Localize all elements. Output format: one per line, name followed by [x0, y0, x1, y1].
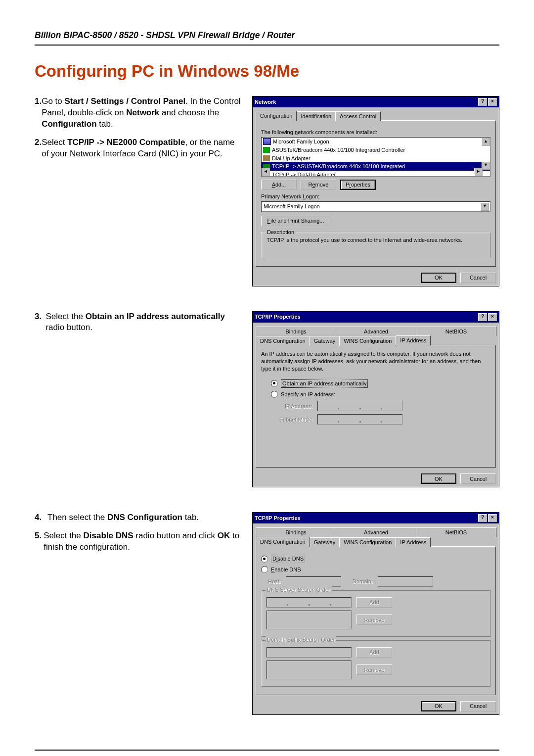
dialog-title: TCP/IP Properties — [255, 515, 301, 522]
step-1: 1. Go to Start / Settings / Control Pane… — [35, 96, 242, 130]
host-field — [286, 576, 341, 587]
tab-identification[interactable]: Identification — [296, 111, 336, 121]
tab-wins-config[interactable]: WINS Configuration — [339, 336, 396, 346]
ok-button[interactable]: OK — [421, 701, 456, 711]
step-5: 5. Select the Disable DNS radio button a… — [35, 530, 242, 553]
ip-blurb: An IP address can be automatically assig… — [261, 350, 490, 373]
tab-netbios[interactable]: NetBIOS — [416, 327, 496, 336]
close-icon[interactable]: × — [488, 98, 497, 106]
dns-search-order-group: DNS Server Search Order Add Remove — [261, 590, 490, 637]
computer-icon — [263, 138, 271, 145]
tab-advanced[interactable]: Advanced — [336, 327, 416, 336]
description-group: Description TCP/IP is the protocol you u… — [261, 232, 490, 258]
dns-ip-field — [267, 597, 352, 608]
step-4: 4. Then select the DNS Configuration tab… — [35, 512, 242, 523]
dns-add-button: Add — [356, 597, 392, 608]
tab-ip-address[interactable]: IP Address — [396, 335, 431, 345]
ok-button[interactable]: OK — [421, 273, 456, 283]
tab-wins-config[interactable]: WINS Configuration — [339, 537, 396, 547]
primary-logon-label: Primary Network Logon: — [261, 193, 490, 200]
tab-dns-config[interactable]: DNS Configuration — [256, 336, 310, 346]
radio-disable-dns[interactable]: Disable DNS — [261, 555, 490, 563]
radio-enable-dns[interactable]: Enable DNS — [261, 566, 490, 573]
ip-address-field — [317, 401, 402, 411]
add-button[interactable]: Add... — [261, 180, 297, 190]
doc-header: Billion BIPAC-8500 / 8520 - SHDSL VPN Fi… — [35, 30, 499, 46]
ok-button[interactable]: OK — [421, 473, 456, 484]
remove-button[interactable]: Remove — [301, 180, 336, 190]
scroll-right-icon[interactable]: ► — [474, 168, 483, 176]
dialup-icon — [263, 155, 270, 161]
close-icon[interactable]: × — [488, 514, 497, 522]
network-dialog: Network ? × Configuration Identification… — [252, 96, 499, 286]
scroll-left-icon[interactable]: ◄ — [262, 168, 270, 176]
domain-suffix-group: Domain Suffix Search Order Add Remove — [261, 640, 490, 687]
components-label: The following network components are ins… — [261, 129, 490, 136]
dialog-title: Network — [255, 98, 276, 106]
tab-netbios[interactable]: NetBIOS — [416, 527, 496, 537]
dns-list — [267, 611, 352, 629]
subnet-mask-label: Subnet Mask: — [271, 416, 312, 424]
tab-access-control[interactable]: Access Control — [335, 111, 381, 121]
help-icon[interactable]: ? — [478, 98, 487, 106]
cancel-button[interactable]: Cancel — [460, 473, 496, 484]
step-3: 3. Select the Obtain an IP address autom… — [35, 311, 242, 334]
cancel-button[interactable]: Cancel — [460, 701, 496, 711]
step-2: 2. Select TCP/IP -> NE2000 Compatible, o… — [35, 137, 242, 160]
dialog-title: TCP/IP Properties — [255, 313, 301, 321]
suffix-field — [267, 647, 352, 658]
help-icon[interactable]: ? — [478, 313, 487, 321]
tab-advanced[interactable]: Advanced — [336, 527, 416, 537]
tab-bindings[interactable]: Bindings — [256, 327, 336, 336]
suffix-add-button: Add — [356, 647, 392, 658]
tab-configuration[interactable]: Configuration — [256, 111, 297, 121]
tab-dns-config[interactable]: DNS Configuration — [256, 537, 310, 547]
ip-address-label: IP Address: — [271, 403, 312, 410]
host-label: Host: — [261, 578, 281, 585]
radio-specify-ip[interactable]: Specify an IP address: — [271, 391, 481, 398]
cancel-button[interactable]: Cancel — [460, 273, 496, 283]
help-icon[interactable]: ? — [478, 514, 487, 522]
domain-label: Domain: — [346, 578, 373, 585]
radio-obtain-auto[interactable]: Obtain an IP address automatically — [271, 379, 481, 388]
tab-bindings[interactable]: Bindings — [256, 527, 336, 537]
scroll-up-icon[interactable]: ▲ — [482, 138, 490, 146]
close-icon[interactable]: × — [488, 313, 497, 321]
tcpip-ipaddress-dialog: TCP/IP Properties ? × Bindings Advanced … — [252, 311, 499, 488]
dns-remove-button: Remove — [356, 614, 392, 625]
tcpip-dns-dialog: TCP/IP Properties ? × Bindings Advanced … — [252, 512, 499, 714]
page-title: Configuring PC in Windows 98/Me — [35, 60, 499, 83]
scroll-down-icon[interactable]: ▼ — [482, 161, 490, 170]
page-footer: 7 — [35, 750, 499, 756]
components-listbox[interactable]: Microsoft Family Logon ASUSTeK/Broadcom … — [261, 137, 490, 177]
suffix-remove-button: Remove — [356, 664, 392, 675]
description-text: TCP/IP is the protocol you use to connec… — [267, 236, 485, 244]
tab-ip-address[interactable]: IP Address — [396, 537, 431, 547]
file-print-sharing-button[interactable]: File and Print Sharing... — [261, 216, 330, 226]
subnet-mask-field — [317, 414, 402, 425]
properties-button[interactable]: Properties — [340, 180, 376, 190]
chevron-down-icon[interactable]: ▼ — [481, 202, 489, 211]
primary-logon-combo[interactable]: Microsoft Family Logon ▼ — [261, 201, 490, 212]
tab-gateway[interactable]: Gateway — [310, 537, 340, 547]
domain-field — [378, 576, 433, 587]
nic-icon — [263, 147, 270, 153]
suffix-list — [267, 661, 352, 679]
tab-gateway[interactable]: Gateway — [310, 336, 340, 346]
